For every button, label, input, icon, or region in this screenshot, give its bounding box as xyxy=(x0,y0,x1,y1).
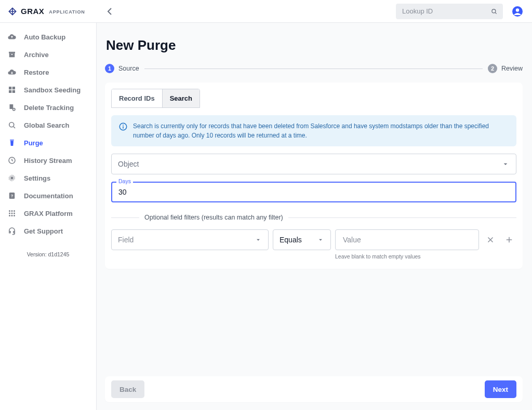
sidebar-item-label: GRAX Platform xyxy=(24,210,73,217)
info-icon xyxy=(118,122,128,131)
svg-point-23 xyxy=(11,215,13,216)
caret-down-icon xyxy=(255,236,262,243)
svg-point-11 xyxy=(9,122,14,127)
source-card: Record IDs Search Search is currently on… xyxy=(105,83,523,269)
top-bar: GRAX APPLICATION xyxy=(0,0,532,23)
add-filter-button[interactable] xyxy=(502,229,516,250)
svg-rect-5 xyxy=(11,54,13,55)
gear-icon xyxy=(7,173,17,183)
plus-icon xyxy=(504,235,514,244)
headset-icon xyxy=(7,226,17,236)
sidebar-item-purge[interactable]: Purge xyxy=(0,134,96,152)
history-icon xyxy=(7,156,17,165)
wizard-footer: Back Next xyxy=(105,376,523,402)
search-icon xyxy=(7,120,17,130)
step-label: Source xyxy=(118,65,139,72)
sidebar-item-auto-backup[interactable]: Auto Backup xyxy=(0,28,96,46)
days-label: Days xyxy=(116,178,133,184)
svg-point-21 xyxy=(14,213,15,214)
filter-field-select[interactable]: Field xyxy=(111,229,269,250)
remove-filter-button[interactable] xyxy=(483,229,498,250)
collapse-sidebar-button[interactable] xyxy=(103,5,116,18)
brand-sub: APPLICATION xyxy=(49,9,85,15)
sidebar-item-archive[interactable]: Archive xyxy=(0,46,96,63)
account-circle-icon xyxy=(511,5,524,18)
sidebar-item-settings[interactable]: Settings xyxy=(0,169,96,187)
svg-rect-9 xyxy=(12,90,15,93)
chevron-left-icon xyxy=(103,5,116,18)
sidebar-item-label: Auto Backup xyxy=(24,33,65,41)
days-field[interactable]: Days 30 xyxy=(111,182,516,202)
sidebar: Auto Backup Archive Restore Sandbox Seed… xyxy=(0,23,97,410)
sidebar-item-restore[interactable]: Restore xyxy=(0,63,96,81)
filter-row: Field Equals Leave blank to match empty … xyxy=(111,229,516,259)
sidebar-item-label: Delete Tracking xyxy=(24,104,74,112)
sidebar-item-label: Archive xyxy=(24,51,49,59)
filter-value-input[interactable] xyxy=(342,235,472,244)
svg-point-17 xyxy=(11,210,13,212)
filter-helper: Leave blank to match empty values xyxy=(335,253,479,259)
days-value: 30 xyxy=(118,188,127,196)
caret-down-icon xyxy=(317,236,324,243)
back-button[interactable]: Back xyxy=(111,380,144,398)
tab-record-ids[interactable]: Record IDs xyxy=(112,89,162,107)
sidebar-menu: Auto Backup Archive Restore Sandbox Seed… xyxy=(0,23,96,240)
sidebar-item-sandbox-seeding[interactable]: Sandbox Seeding xyxy=(0,81,96,99)
sidebar-item-label: Purge xyxy=(24,139,43,147)
svg-point-22 xyxy=(9,215,10,216)
sidebar-item-documentation[interactable]: ? Documentation xyxy=(0,187,96,204)
sidebar-item-global-search[interactable]: Global Search xyxy=(0,116,96,134)
step-number: 2 xyxy=(488,64,497,73)
tab-search[interactable]: Search xyxy=(162,89,200,107)
help-icon: ? xyxy=(7,191,17,200)
svg-point-0 xyxy=(492,9,496,12)
svg-rect-27 xyxy=(123,126,124,129)
lookup-field[interactable] xyxy=(396,4,503,19)
svg-point-19 xyxy=(9,213,10,214)
filters-heading: Optional field filters (results can matc… xyxy=(139,214,288,221)
step-review[interactable]: 2 Review xyxy=(488,64,523,73)
page-title: New Purge xyxy=(106,37,523,53)
step-source[interactable]: 1 Source xyxy=(105,64,139,73)
svg-point-26 xyxy=(123,125,124,126)
info-banner: Search is currently only for records tha… xyxy=(111,115,516,146)
grid-icon xyxy=(7,209,17,218)
trash-icon xyxy=(7,138,17,147)
brand: GRAX APPLICATION xyxy=(7,6,85,17)
search-icon xyxy=(490,7,498,16)
sidebar-item-label: Restore xyxy=(24,69,49,76)
svg-point-18 xyxy=(14,210,15,212)
seeding-icon xyxy=(7,85,17,94)
filter-field-placeholder: Field xyxy=(118,236,134,244)
svg-point-2 xyxy=(516,8,519,11)
brand-name: GRAX xyxy=(21,7,44,16)
stepper: 1 Source 2 Review xyxy=(105,64,523,73)
step-number: 1 xyxy=(105,64,114,73)
sidebar-item-grax-platform[interactable]: GRAX Platform xyxy=(0,204,96,222)
sidebar-item-delete-tracking[interactable]: Delete Tracking xyxy=(0,99,96,116)
lookup-input[interactable] xyxy=(401,7,490,16)
sidebar-item-label: Settings xyxy=(24,174,50,182)
info-text: Search is currently only for records tha… xyxy=(133,121,509,140)
svg-rect-4 xyxy=(9,53,15,58)
close-icon xyxy=(486,235,495,244)
delete-track-icon xyxy=(7,103,17,112)
object-field[interactable]: Object xyxy=(111,154,516,174)
tabs: Record IDs Search xyxy=(111,89,200,108)
caret-down-icon xyxy=(501,160,510,168)
svg-point-16 xyxy=(9,210,10,212)
filters-divider: Optional field filters (results can matc… xyxy=(111,214,516,221)
sidebar-item-label: Documentation xyxy=(24,192,73,200)
svg-point-24 xyxy=(14,215,15,216)
sidebar-item-history-stream[interactable]: History Stream xyxy=(0,152,96,169)
object-placeholder: Object xyxy=(118,160,139,168)
filter-operator-select[interactable]: Equals xyxy=(273,229,331,250)
sidebar-item-get-support[interactable]: Get Support xyxy=(0,222,96,240)
account-button[interactable] xyxy=(510,4,525,19)
cloud-down-icon xyxy=(7,67,17,77)
filter-value-input-wrap[interactable] xyxy=(335,229,479,250)
stepper-line xyxy=(144,69,483,69)
next-button[interactable]: Next xyxy=(485,380,516,398)
version-text: Version: d1d1245 xyxy=(0,251,96,257)
svg-text:?: ? xyxy=(11,194,14,198)
